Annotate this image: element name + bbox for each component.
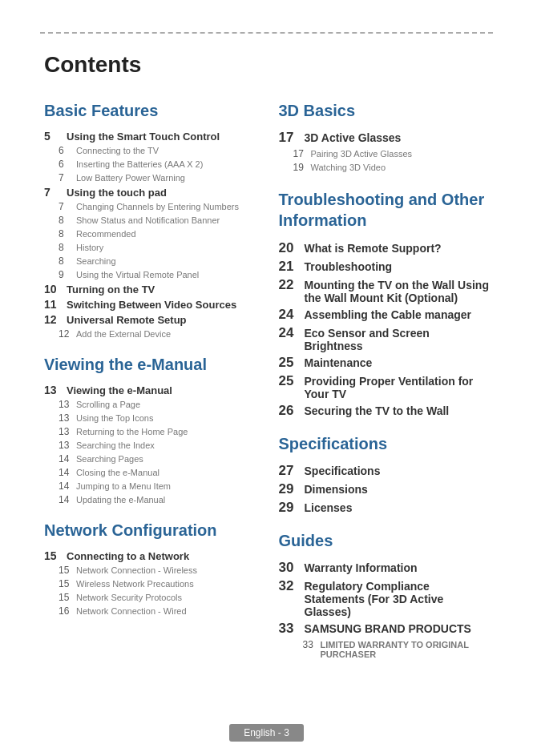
- toc-entry: 7 Low Battery Power Warning: [44, 172, 255, 183]
- toc-label: Maintenance: [305, 356, 373, 369]
- toc-label: Specifications: [305, 464, 381, 477]
- toc-entry: 13 Viewing the e-Manual: [44, 384, 255, 396]
- toc-section: Troubleshooting and Other Information 20…: [279, 189, 490, 419]
- toc-number: 14: [59, 494, 76, 505]
- toc-number: 6: [59, 159, 76, 170]
- section-heading: Viewing the e-Manual: [44, 356, 255, 374]
- toc-entry: 19 Watching 3D Video: [279, 162, 490, 173]
- toc-entry: 5 Using the Smart Touch Control: [44, 130, 255, 143]
- toc-label: Wireless Network Precautions: [76, 579, 194, 589]
- toc-entry: 24 Assembling the Cable manager: [279, 307, 490, 323]
- toc-label: Eco Sensor and Screen Brightness: [305, 327, 490, 352]
- toc-section: Viewing the e-Manual 13 Viewing the e-Ma…: [44, 356, 255, 505]
- toc-number: 14: [59, 481, 76, 492]
- toc-label: Using the touch pad: [67, 187, 167, 199]
- toc-label: Network Security Protocols: [76, 593, 182, 602]
- toc-number: 17: [279, 130, 305, 146]
- toc-section: Basic Features 5 Using the Smart Touch C…: [44, 102, 255, 340]
- page-label: English - 3: [229, 724, 304, 742]
- toc-entry: 17 Pairing 3D Active Glasses: [279, 148, 490, 159]
- section-heading: Basic Features: [44, 102, 255, 120]
- toc-number: 33: [279, 621, 305, 637]
- toc-number: 12: [44, 313, 67, 326]
- toc-entry: 8 Show Status and Notification Banner: [44, 215, 255, 226]
- toc-label: Returning to the Home Page: [76, 427, 188, 436]
- toc-label: LIMITED WARRANTY TO ORIGINAL PURCHASER: [321, 640, 490, 659]
- toc-label: Add the External Device: [76, 329, 171, 339]
- section-heading: Specifications: [279, 435, 490, 453]
- toc-number: 32: [279, 578, 305, 594]
- toc-number: 6: [59, 145, 76, 156]
- toc-label: Searching: [76, 256, 116, 266]
- left-column: Basic Features 5 Using the Smart Touch C…: [44, 102, 255, 675]
- toc-label: Assembling the Cable manager: [305, 308, 472, 321]
- toc-number: 33: [303, 639, 321, 650]
- toc-section: Guides 30 Warranty Information 32 Regula…: [279, 532, 490, 659]
- toc-entry: 33 LIMITED WARRANTY TO ORIGINAL PURCHASE…: [279, 639, 490, 659]
- toc-number: 15: [59, 565, 76, 576]
- toc-label: Low Battery Power Warning: [76, 173, 185, 183]
- top-border: [40, 32, 493, 34]
- toc-label: Regulatory Compliance Statements (For 3D…: [305, 580, 490, 618]
- toc-number: 24: [279, 307, 305, 323]
- toc-number: 17: [293, 148, 311, 159]
- toc-label: Show Status and Notification Banner: [76, 215, 220, 225]
- toc-number: 26: [279, 403, 305, 419]
- toc-entry: 15 Network Security Protocols: [44, 592, 255, 603]
- toc-label: Jumping to a Menu Item: [76, 481, 171, 491]
- toc-number: 14: [59, 453, 76, 464]
- toc-label: Using the Top Icons: [76, 413, 153, 423]
- toc-label: Changing Channels by Entering Numbers: [76, 202, 239, 211]
- toc-entry: 7 Changing Channels by Entering Numbers: [44, 201, 255, 212]
- toc-label: Warranty Information: [305, 561, 418, 574]
- toc-entry: 13 Returning to the Home Page: [44, 426, 255, 437]
- toc-entry: 13 Scrolling a Page: [44, 399, 255, 410]
- toc-number: 19: [293, 162, 311, 173]
- toc-entry: 33 SAMSUNG BRAND PRODUCTS: [279, 621, 490, 637]
- toc-entry: 10 Turning on the TV: [44, 283, 255, 296]
- section-heading: Troubleshooting and Other Information: [279, 189, 490, 231]
- toc-number: 20: [279, 240, 305, 256]
- toc-entry: 30 Warranty Information: [279, 560, 490, 576]
- toc-label: Viewing the e-Manual: [67, 384, 172, 396]
- toc-number: 15: [44, 549, 67, 562]
- toc-entry: 27 Specifications: [279, 463, 490, 479]
- toc-entry: 8 History: [44, 242, 255, 253]
- toc-number: 25: [279, 373, 305, 389]
- toc-number: 13: [59, 426, 76, 437]
- toc-number: 8: [59, 255, 76, 267]
- section-heading: Network Configuration: [44, 521, 255, 540]
- toc-entry: 13 Searching the Index: [44, 440, 255, 451]
- toc-number: 13: [59, 399, 76, 410]
- toc-number: 12: [59, 328, 76, 340]
- section-heading: Guides: [279, 532, 490, 550]
- toc-number: 15: [59, 592, 76, 603]
- toc-label: Using the Virtual Remote Panel: [76, 270, 199, 279]
- toc-entry: 32 Regulatory Compliance Statements (For…: [279, 578, 490, 618]
- toc-label: Licenses: [305, 501, 353, 514]
- toc-section: 3D Basics 17 3D Active Glasses 17 Pairin…: [279, 102, 490, 173]
- toc-label: Universal Remote Setup: [67, 314, 187, 326]
- toc-number: 21: [279, 259, 305, 275]
- toc-label: Turning on the TV: [67, 284, 155, 296]
- toc-entry: 8 Searching: [44, 255, 255, 267]
- toc-number: 22: [279, 277, 305, 293]
- toc-label: Dimensions: [305, 483, 368, 496]
- toc-number: 8: [59, 242, 76, 253]
- toc-entry: 15 Wireless Network Precautions: [44, 578, 255, 589]
- toc-number: 10: [44, 283, 67, 296]
- toc-entry: 22 Mounting the TV on the Wall Using the…: [279, 277, 490, 304]
- toc-entry: 7 Using the touch pad: [44, 186, 255, 199]
- toc-entry: 9 Using the Virtual Remote Panel: [44, 269, 255, 280]
- toc-entry: 8 Recommended: [44, 228, 255, 239]
- toc-entry: 29 Licenses: [279, 500, 490, 516]
- toc-label: Securing the TV to the Wall: [305, 404, 450, 417]
- toc-entry: 29 Dimensions: [279, 481, 490, 497]
- toc-label: What is Remote Support?: [305, 242, 442, 255]
- toc-label: Network Connection - Wired: [76, 606, 187, 616]
- toc-label: 3D Active Glasses: [305, 131, 402, 144]
- bottom-bar: English - 3: [0, 724, 533, 742]
- toc-number: 14: [59, 467, 76, 478]
- toc-number: 7: [59, 172, 76, 183]
- toc-number: 24: [279, 325, 305, 341]
